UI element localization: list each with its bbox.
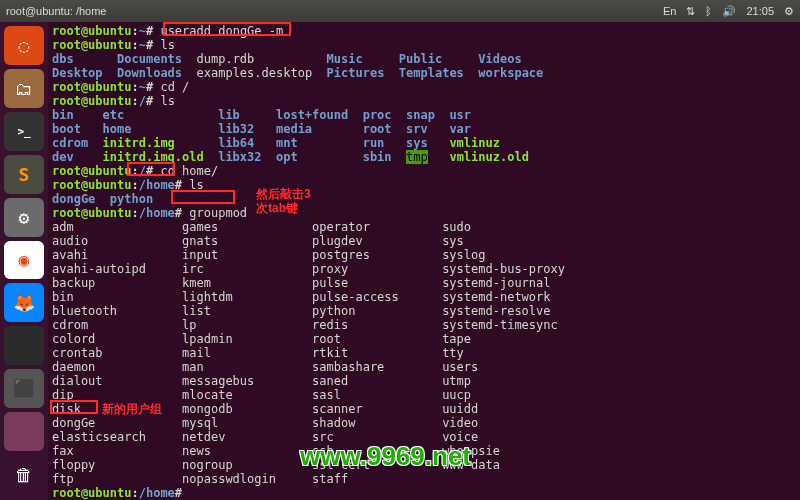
launcher-ubuntu-dash[interactable]: ◌ xyxy=(4,26,44,65)
top-menu-bar: root@ubuntu: /home En ⇅ ᛒ 🔊 21:05 ⚙ xyxy=(0,0,800,22)
terminal-line: boot home lib32 media root srv var xyxy=(52,122,796,136)
terminal-line: dbs Documents dump.rdb Music Public Vide… xyxy=(52,52,796,66)
terminal-line: cdrom lp redis systemd-timesync xyxy=(52,318,796,332)
launcher-software[interactable]: ⬛ xyxy=(4,369,44,408)
unity-launcher: ◌🗂>_S⚙◉🦊⬛🗑 xyxy=(0,22,48,500)
terminal-line: root@ubuntu:~# cd / xyxy=(52,80,796,94)
terminal-line: elasticsearch netdev src voice xyxy=(52,430,796,444)
network-icon[interactable]: ⇅ xyxy=(686,5,695,18)
launcher-firefox[interactable]: 🦊 xyxy=(4,283,44,322)
launcher-blank2[interactable] xyxy=(4,412,44,451)
terminal-line: root@ubuntu:/home# xyxy=(52,486,796,500)
terminal-line: root@ubuntu:/# ls xyxy=(52,94,796,108)
terminal-line: floppy nogroup ssl-cert www-data xyxy=(52,458,796,472)
terminal-line: crontab mail rtkit tty xyxy=(52,346,796,360)
terminal-line: dev initrd.img.old libx32 opt sbin tmp v… xyxy=(52,150,796,164)
launcher-chrome[interactable]: ◉ xyxy=(4,241,44,280)
terminal[interactable]: root@ubuntu:~# useradd dongGe -mroot@ubu… xyxy=(48,22,800,500)
terminal-line: adm games operator sudo xyxy=(52,220,796,234)
terminal-line: backup kmem pulse systemd-journal xyxy=(52,276,796,290)
launcher-terminal[interactable]: >_ xyxy=(4,112,44,151)
launcher-trash[interactable]: 🗑 xyxy=(4,455,44,494)
terminal-line: colord lpadmin root tape xyxy=(52,332,796,346)
terminal-line: avahi input postgres syslog xyxy=(52,248,796,262)
terminal-line: cdrom initrd.img lib64 mnt run sys vmlin… xyxy=(52,136,796,150)
terminal-line: dongGe python xyxy=(52,192,796,206)
terminal-line: ftp nopasswdlogin staff xyxy=(52,472,796,486)
terminal-line: bin lightdm pulse-access systemd-network xyxy=(52,290,796,304)
volume-icon[interactable]: 🔊 xyxy=(722,5,736,18)
terminal-line: disk mongodb scanner uuidd xyxy=(52,402,796,416)
terminal-line: dialout messagebus saned utmp xyxy=(52,374,796,388)
terminal-line: fax news ssh whoopsie xyxy=(52,444,796,458)
terminal-line: bluetooth list python systemd-resolve xyxy=(52,304,796,318)
terminal-line: root@ubuntu:~# useradd dongGe -m xyxy=(52,24,796,38)
launcher-files[interactable]: 🗂 xyxy=(4,69,44,108)
terminal-line: dongGe mysql shadow video xyxy=(52,416,796,430)
terminal-line: root@ubuntu:~# ls xyxy=(52,38,796,52)
session-icon[interactable]: ⚙ xyxy=(784,5,794,18)
window-title: root@ubuntu: /home xyxy=(6,5,663,17)
terminal-line: root@ubuntu:/# cd home/ xyxy=(52,164,796,178)
launcher-blank1[interactable] xyxy=(4,326,44,365)
bluetooth-icon[interactable]: ᛒ xyxy=(705,5,712,17)
launcher-sublime[interactable]: S xyxy=(4,155,44,194)
lang-indicator[interactable]: En xyxy=(663,5,676,17)
terminal-line: root@ubuntu:/home# groupmod xyxy=(52,206,796,220)
terminal-line: bin etc lib lost+found proc snap usr xyxy=(52,108,796,122)
indicator-area: En ⇅ ᛒ 🔊 21:05 ⚙ xyxy=(663,5,794,18)
terminal-line: dip mlocate sasl uucp xyxy=(52,388,796,402)
clock[interactable]: 21:05 xyxy=(746,5,774,17)
terminal-line: root@ubuntu:/home# ls xyxy=(52,178,796,192)
terminal-line: audio gnats plugdev sys xyxy=(52,234,796,248)
terminal-line: Desktop Downloads examples.desktop Pictu… xyxy=(52,66,796,80)
terminal-line: avahi-autoipd irc proxy systemd-bus-prox… xyxy=(52,262,796,276)
terminal-line: daemon man sambashare users xyxy=(52,360,796,374)
launcher-settings[interactable]: ⚙ xyxy=(4,198,44,237)
